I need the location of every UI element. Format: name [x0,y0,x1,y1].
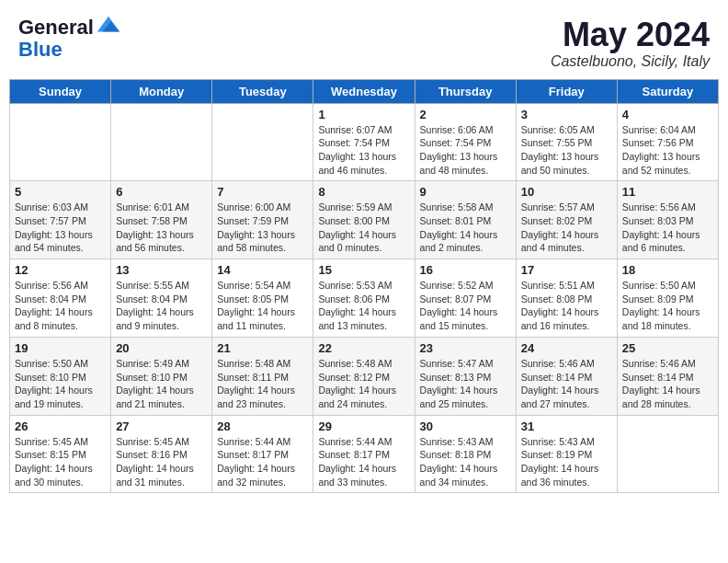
day-number: 25 [622,341,713,355]
calendar-day-cell [10,103,111,181]
day-number: 1 [318,108,409,121]
weekday-header-cell: Tuesday [212,79,313,103]
day-info: Sunrise: 5:50 AMSunset: 8:10 PMDaylight:… [15,357,106,411]
day-info: Sunrise: 5:48 AMSunset: 8:11 PMDaylight:… [217,357,308,411]
calendar-body: 1Sunrise: 6:07 AMSunset: 7:54 PMDaylight… [10,103,719,493]
day-number: 24 [521,341,612,355]
calendar-day-cell: 11Sunrise: 5:56 AMSunset: 8:03 PMDayligh… [617,181,718,259]
calendar-day-cell: 7Sunrise: 6:00 AMSunset: 7:59 PMDaylight… [212,181,313,259]
day-info: Sunrise: 5:57 AMSunset: 8:02 PMDaylight:… [521,201,612,255]
day-info: Sunrise: 5:53 AMSunset: 8:06 PMDaylight:… [318,279,409,333]
day-number: 11 [622,185,713,199]
calendar-day-cell: 6Sunrise: 6:01 AMSunset: 7:58 PMDaylight… [111,181,212,259]
calendar-day-cell [617,415,718,493]
calendar-week-row: 19Sunrise: 5:50 AMSunset: 8:10 PMDayligh… [10,337,719,415]
logo-text: General [18,17,94,39]
calendar-day-cell: 16Sunrise: 5:52 AMSunset: 8:07 PMDayligh… [415,259,516,338]
day-number: 6 [116,185,207,199]
calendar-day-cell [212,103,313,181]
day-number: 28 [217,419,308,433]
calendar-day-cell: 30Sunrise: 5:43 AMSunset: 8:18 PMDayligh… [415,415,516,493]
day-info: Sunrise: 6:06 AMSunset: 7:54 PMDaylight:… [420,123,511,178]
calendar-day-cell: 26Sunrise: 5:45 AMSunset: 8:15 PMDayligh… [10,415,111,493]
day-info: Sunrise: 5:58 AMSunset: 8:01 PMDaylight:… [420,201,511,255]
day-info: Sunrise: 5:43 AMSunset: 8:19 PMDaylight:… [521,435,612,489]
day-info: Sunrise: 5:47 AMSunset: 8:13 PMDaylight:… [420,357,511,411]
day-info: Sunrise: 5:52 AMSunset: 8:07 PMDaylight:… [420,279,511,333]
calendar-day-cell: 5Sunrise: 6:03 AMSunset: 7:57 PMDaylight… [10,181,111,259]
day-info: Sunrise: 5:45 AMSunset: 8:15 PMDaylight:… [15,435,106,489]
day-number: 19 [15,341,106,355]
logo-icon [96,13,121,39]
calendar-week-row: 1Sunrise: 6:07 AMSunset: 7:54 PMDaylight… [10,103,719,181]
day-number: 18 [622,263,713,277]
calendar-day-cell: 28Sunrise: 5:44 AMSunset: 8:17 PMDayligh… [212,415,313,493]
day-number: 29 [318,419,409,433]
calendar-day-cell: 20Sunrise: 5:49 AMSunset: 8:10 PMDayligh… [111,337,212,415]
calendar-day-cell: 23Sunrise: 5:47 AMSunset: 8:13 PMDayligh… [415,337,516,415]
day-info: Sunrise: 6:07 AMSunset: 7:54 PMDaylight:… [318,123,409,178]
day-number: 16 [420,263,511,277]
weekday-header-cell: Wednesday [313,79,415,103]
calendar-day-cell: 9Sunrise: 5:58 AMSunset: 8:01 PMDaylight… [415,181,516,259]
weekday-header-cell: Saturday [617,79,718,103]
day-info: Sunrise: 6:00 AMSunset: 7:59 PMDaylight:… [217,201,308,255]
calendar-day-cell: 4Sunrise: 6:04 AMSunset: 7:56 PMDaylight… [617,103,718,181]
weekday-header-cell: Thursday [415,79,516,103]
day-number: 27 [116,419,207,433]
calendar-day-cell: 8Sunrise: 5:59 AMSunset: 8:00 PMDaylight… [313,181,415,259]
weekday-header-row: SundayMondayTuesdayWednesdayThursdayFrid… [10,79,719,103]
calendar-day-cell: 29Sunrise: 5:44 AMSunset: 8:17 PMDayligh… [313,415,415,493]
calendar-week-row: 26Sunrise: 5:45 AMSunset: 8:15 PMDayligh… [10,415,719,493]
calendar-day-cell: 2Sunrise: 6:06 AMSunset: 7:54 PMDaylight… [415,103,516,181]
calendar-day-cell: 24Sunrise: 5:46 AMSunset: 8:14 PMDayligh… [516,337,617,415]
calendar-day-cell: 10Sunrise: 5:57 AMSunset: 8:02 PMDayligh… [516,181,617,259]
day-number: 14 [217,263,308,277]
day-number: 17 [521,263,612,277]
day-info: Sunrise: 5:55 AMSunset: 8:04 PMDaylight:… [116,279,207,333]
calendar-day-cell: 17Sunrise: 5:51 AMSunset: 8:08 PMDayligh… [516,259,617,338]
calendar-day-cell: 19Sunrise: 5:50 AMSunset: 8:10 PMDayligh… [10,337,111,415]
day-info: Sunrise: 5:49 AMSunset: 8:10 PMDaylight:… [116,357,207,411]
day-info: Sunrise: 5:44 AMSunset: 8:17 PMDaylight:… [318,435,409,489]
day-info: Sunrise: 5:46 AMSunset: 8:14 PMDaylight:… [622,357,713,411]
day-number: 3 [521,108,612,121]
day-number: 10 [521,185,612,199]
day-info: Sunrise: 6:05 AMSunset: 7:55 PMDaylight:… [521,123,612,178]
day-info: Sunrise: 5:56 AMSunset: 8:03 PMDaylight:… [622,201,713,255]
day-number: 8 [318,185,409,199]
day-info: Sunrise: 6:01 AMSunset: 7:58 PMDaylight:… [116,201,207,255]
logo-text-blue: Blue [18,39,121,61]
day-number: 15 [318,263,409,277]
page-header: General Blue May 2024 Castelbuono, Sicil… [9,9,719,75]
day-info: Sunrise: 5:54 AMSunset: 8:05 PMDaylight:… [217,279,308,333]
day-number: 30 [420,419,511,433]
day-number: 22 [318,341,409,355]
location: Castelbuono, Sicily, Italy [551,53,710,70]
day-number: 5 [15,185,106,199]
weekday-header-cell: Sunday [10,79,111,103]
month-title: May 2024 [551,17,710,53]
calendar-table: SundayMondayTuesdayWednesdayThursdayFrid… [9,79,719,494]
day-number: 7 [217,185,308,199]
calendar-day-cell [111,103,212,181]
day-info: Sunrise: 5:44 AMSunset: 8:17 PMDaylight:… [217,435,308,489]
calendar-day-cell: 27Sunrise: 5:45 AMSunset: 8:16 PMDayligh… [111,415,212,493]
day-number: 4 [622,108,713,121]
weekday-header-cell: Monday [111,79,212,103]
calendar-day-cell: 25Sunrise: 5:46 AMSunset: 8:14 PMDayligh… [617,337,718,415]
day-number: 20 [116,341,207,355]
title-block: May 2024 Castelbuono, Sicily, Italy [551,17,710,70]
calendar-day-cell: 3Sunrise: 6:05 AMSunset: 7:55 PMDaylight… [516,103,617,181]
calendar-day-cell: 21Sunrise: 5:48 AMSunset: 8:11 PMDayligh… [212,337,313,415]
day-info: Sunrise: 5:46 AMSunset: 8:14 PMDaylight:… [521,357,612,411]
logo: General Blue [18,17,121,61]
calendar-day-cell: 12Sunrise: 5:56 AMSunset: 8:04 PMDayligh… [10,259,111,338]
day-number: 2 [420,108,511,121]
calendar-day-cell: 31Sunrise: 5:43 AMSunset: 8:19 PMDayligh… [516,415,617,493]
calendar-day-cell: 14Sunrise: 5:54 AMSunset: 8:05 PMDayligh… [212,259,313,338]
calendar-week-row: 12Sunrise: 5:56 AMSunset: 8:04 PMDayligh… [10,259,719,338]
day-info: Sunrise: 5:59 AMSunset: 8:00 PMDaylight:… [318,201,409,255]
weekday-header-cell: Friday [516,79,617,103]
day-number: 23 [420,341,511,355]
